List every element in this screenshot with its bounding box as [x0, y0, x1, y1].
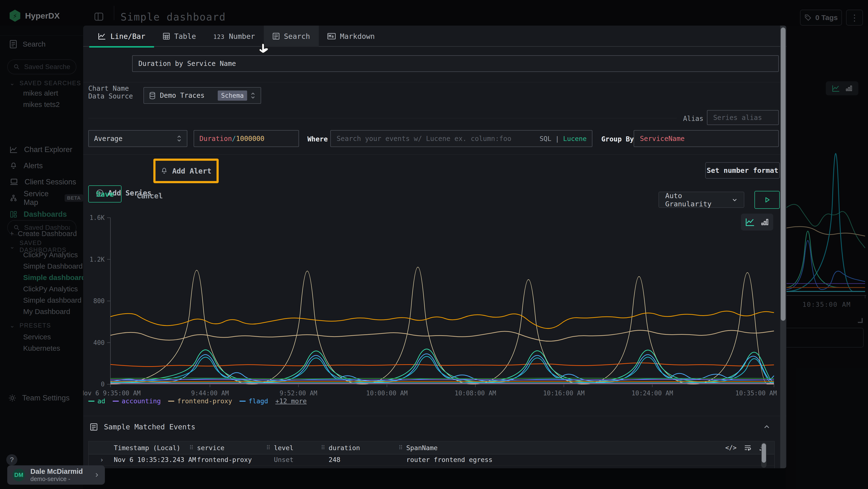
tab-search[interactable]: Search: [264, 26, 319, 47]
tab-line-bar[interactable]: Line/Bar: [89, 26, 154, 47]
legend-item[interactable]: flagd: [240, 397, 268, 405]
data-source-select[interactable]: Demo Traces Schema: [144, 87, 261, 104]
field-expression[interactable]: Duration/1000000: [194, 130, 299, 147]
events-table-header: Timestamp (Local)⠿service⠿level⠿duration…: [89, 441, 774, 455]
cell-duration: 248: [329, 454, 340, 465]
data-source-value: Demo Traces: [160, 91, 205, 99]
alias-divider: [88, 118, 677, 118]
doc-list-icon: [90, 423, 98, 431]
legend-item[interactable]: accounting: [113, 397, 161, 405]
modal-scrollbar[interactable]: [780, 26, 786, 468]
doc-list-icon: [273, 33, 280, 40]
user-menu[interactable]: DM Dale McDiarmid demo-service -: [7, 465, 105, 485]
line-chart-icon[interactable]: [745, 218, 755, 226]
cell-timestamp: Nov 6 10:35:23.243 AM: [114, 465, 196, 468]
aggregation-select[interactable]: Average: [88, 130, 187, 147]
column-header-timestamp-local-[interactable]: Timestamp (Local): [114, 441, 180, 454]
tab-label: Number: [229, 32, 255, 40]
divider: [83, 82, 786, 82]
drag-handle-icon[interactable]: ⠿: [399, 441, 403, 454]
add-alert-button[interactable]: Add Alert: [153, 159, 219, 183]
set-number-format-button[interactable]: Set number format: [705, 162, 780, 179]
svg-text:Nov 6 9:35:00 AM: Nov 6 9:35:00 AM: [83, 390, 141, 397]
svg-text:400: 400: [93, 339, 105, 346]
user-subtitle: demo-service -: [30, 476, 83, 483]
collapse-events-button[interactable]: [763, 423, 770, 431]
svg-text:10:08:00 AM: 10:08:00 AM: [455, 390, 496, 397]
user-name: Dale McDiarmid: [30, 467, 83, 476]
code-icon[interactable]: </>: [725, 444, 737, 451]
row-expander-icon[interactable]: ›: [100, 454, 104, 465]
chart-editor-modal: Line/BarTable123NumberSearchMarkdown Cha…: [83, 26, 786, 468]
where-search-input[interactable]: [336, 135, 520, 143]
table-row[interactable]: ›Nov 6 10:35:23.243 AMfrontend-proxyUnse…: [89, 454, 774, 466]
column-header-service[interactable]: service: [197, 441, 224, 454]
svg-text:10:35:00 AM: 10:35:00 AM: [735, 390, 777, 397]
drag-handle-icon[interactable]: ⠿: [189, 441, 194, 454]
where-label: Where: [307, 135, 328, 143]
legend-more-link[interactable]: +12 more: [275, 397, 307, 405]
svg-text:9:52:00 AM: 9:52:00 AM: [279, 390, 317, 397]
legend-label: flagd: [249, 397, 268, 405]
cell-duration: 249: [329, 465, 340, 468]
svg-text:10:16:00 AM: 10:16:00 AM: [543, 390, 585, 397]
chart-legend: adaccountingfrontend-proxyflagd +12 more: [88, 397, 307, 405]
cell-level: Unset: [274, 454, 293, 465]
chart-name-input[interactable]: [138, 59, 773, 68]
table-icon: [163, 33, 170, 40]
chart-name-field[interactable]: [132, 55, 779, 72]
tab-number[interactable]: 123Number: [205, 26, 264, 47]
svg-text:10:00:00 AM: 10:00:00 AM: [366, 390, 408, 397]
tab-label: Markdown: [340, 32, 375, 40]
cell-span: router frontend egress: [406, 454, 493, 465]
cell-service: frontend: [197, 465, 228, 468]
help-button[interactable]: ?: [6, 454, 18, 465]
svg-text:9:44:00 AM: 9:44:00 AM: [191, 390, 229, 397]
group-by-label: Group By: [601, 135, 634, 143]
save-button[interactable]: Save: [88, 185, 122, 202]
legend-item[interactable]: ad: [88, 397, 105, 405]
drag-handle-icon[interactable]: ⠿: [321, 441, 325, 454]
sample-events-table: Timestamp (Local)⠿service⠿level⠿duration…: [88, 441, 775, 468]
legend-item[interactable]: frontend-proxy: [168, 397, 232, 405]
duration-chart: 04008001.2K1.6KNov 6 9:35:00 AM9:44:00 A…: [83, 211, 780, 405]
wrap-lines-icon[interactable]: [744, 444, 751, 452]
legend-swatch: [88, 401, 94, 402]
alias-label: Alias: [683, 115, 703, 123]
divider: [83, 154, 786, 155]
alias-input[interactable]: [713, 113, 773, 122]
group-by-field[interactable]: [633, 130, 779, 147]
column-header-level[interactable]: level: [274, 441, 293, 454]
granularity-select[interactable]: Auto Granularity: [658, 192, 744, 208]
events-scrollbar[interactable]: [761, 442, 767, 468]
query-language-toggle[interactable]: SQL | Lucene: [539, 135, 587, 142]
legend-swatch: [113, 401, 119, 402]
cell-span: router frontend egress: [406, 465, 493, 468]
column-header-duration[interactable]: duration: [329, 441, 360, 454]
alias-field[interactable]: [707, 110, 779, 125]
chart-type-toggle[interactable]: [741, 213, 773, 230]
tab-markdown[interactable]: Markdown: [319, 26, 383, 47]
data-source-label: Data Source: [88, 92, 133, 100]
drag-handle-icon[interactable]: ⠿: [266, 441, 271, 454]
sample-events-header[interactable]: Sample Matched Events: [90, 423, 195, 431]
group-by-input[interactable]: [640, 135, 773, 143]
select-chevrons-icon: [177, 135, 182, 142]
chart-name-label: Chart Name: [88, 84, 129, 92]
cancel-button[interactable]: Cancel: [131, 189, 168, 202]
bell-icon: [161, 167, 168, 174]
table-row[interactable]: ›Nov 6 10:35:23.243 AMfrontendUnset249ro…: [89, 465, 774, 468]
123-icon: 123: [213, 32, 224, 40]
bar-chart-icon[interactable]: [761, 218, 769, 226]
tab-table[interactable]: Table: [154, 26, 205, 47]
lucene-option[interactable]: Lucene: [563, 135, 587, 142]
column-header-spanname[interactable]: SpanName: [406, 441, 438, 454]
legend-label: ad: [97, 397, 105, 405]
chevron-right-icon: [94, 472, 100, 478]
run-chart-button[interactable]: [754, 191, 780, 209]
line-chart-icon: [98, 33, 106, 40]
svg-text:800: 800: [93, 297, 105, 305]
sql-option[interactable]: SQL: [539, 135, 551, 142]
where-search-field[interactable]: SQL | Lucene: [330, 130, 592, 147]
legend-swatch: [240, 401, 246, 402]
